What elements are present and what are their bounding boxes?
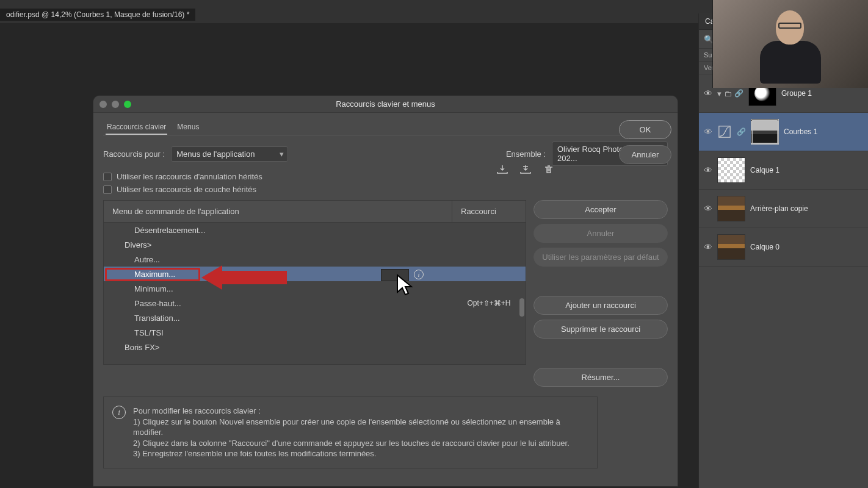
command-row[interactable]: Minimum... (104, 281, 526, 296)
help-text-line: 2) Cliquez dans la colonne "Raccourci" d… (133, 438, 588, 449)
visibility-icon[interactable]: 👁 (704, 88, 712, 98)
layer-row[interactable]: 👁 Calque 1 (699, 151, 868, 190)
scrollbar-thumb[interactable] (519, 298, 524, 317)
shortcuts-for-dropdown[interactable]: Menus de l'application (171, 146, 288, 162)
layer-name[interactable]: Groupe 1 (781, 89, 812, 98)
visibility-icon[interactable]: 👁 (704, 165, 712, 175)
layer-name[interactable]: Courbes 1 (784, 127, 817, 136)
command-row[interactable]: Autre... (104, 252, 526, 267)
webcam-overlay (712, 0, 868, 88)
command-row[interactable]: TSL/TSI (104, 325, 526, 340)
delete-shortcut-button[interactable]: Supprimer le raccourci (533, 320, 668, 339)
undo-button[interactable]: Annuler (533, 224, 668, 243)
summarize-button[interactable]: Résumer... (533, 368, 668, 387)
layer-thumbnail[interactable] (717, 157, 745, 183)
accept-button[interactable]: Accepter (533, 200, 668, 219)
svg-rect-0 (719, 126, 730, 137)
command-row-selected[interactable]: Maximum... (104, 267, 526, 281)
shortcut-input[interactable] (381, 269, 409, 281)
info-icon: i (112, 406, 126, 419)
window-maximize-icon[interactable] (124, 101, 131, 108)
save-set-icon[interactable] (519, 164, 532, 175)
layer-row[interactable]: 👁 Arrière-plan copie (699, 190, 868, 228)
add-shortcut-button[interactable]: Ajouter un raccourci (533, 296, 668, 315)
info-icon[interactable]: i (414, 270, 424, 279)
visibility-icon[interactable]: 👁 (704, 204, 712, 214)
help-text-line: Pour modifier les raccourcis clavier : (133, 406, 588, 417)
help-text-line: 1) Cliquez sur le bouton Nouvel ensemble… (133, 417, 588, 438)
document-tab[interactable]: odifier.psd @ 14,2% (Courbes 1, Masque d… (0, 9, 195, 21)
dialog-title: Raccourcis clavier et menus (336, 99, 435, 109)
layer-row-curves[interactable]: 👁 🔗 Courbes 1 (699, 113, 868, 151)
window-close-icon[interactable] (99, 101, 107, 108)
use-default-button[interactable]: Utiliser les paramètres par défaut (533, 248, 668, 267)
legacy-layer-label: Utiliser les raccourcis de couche hérité… (117, 185, 256, 194)
curves-adjustment-icon (717, 124, 732, 139)
tab-menus[interactable]: Menus (176, 120, 200, 135)
layer-name[interactable]: Calque 1 (750, 166, 779, 174)
set-label: Ensemble : (506, 149, 546, 159)
layer-row[interactable]: 👁 Calque 0 (699, 228, 868, 267)
shortcuts-for-label: Raccourcis pour : (103, 149, 165, 159)
cancel-button[interactable]: Annuler (619, 145, 671, 164)
ok-button[interactable]: OK (619, 120, 671, 139)
layer-mask-thumbnail[interactable] (751, 119, 779, 145)
layer-thumbnail[interactable] (717, 196, 745, 221)
visibility-icon[interactable]: 👁 (704, 127, 712, 137)
dialog-titlebar[interactable]: Raccourcis clavier et menus (93, 96, 678, 113)
help-infobox: i Pour modifier les raccourcis clavier :… (103, 396, 598, 468)
delete-set-icon[interactable] (542, 164, 555, 175)
command-row[interactable]: Passe-haut...Opt+⇧+⌘+H (104, 296, 526, 310)
link-icon: 🔗 (734, 89, 743, 98)
layer-name[interactable]: Arrière-plan copie (750, 204, 808, 213)
command-row-group[interactable]: Divers> (104, 237, 526, 252)
shortcut-command-table[interactable]: Menu de commande de l'application Raccou… (103, 200, 526, 365)
column-header-shortcut: Raccourci (452, 201, 526, 222)
download-set-icon[interactable] (496, 164, 509, 175)
column-header-command: Menu de commande de l'application (104, 201, 452, 222)
command-row-group[interactable]: Boris FX> (104, 340, 526, 354)
folder-icon: 🗀 (724, 89, 732, 98)
window-minimize-icon[interactable] (112, 101, 119, 108)
layer-name[interactable]: Calque 0 (750, 243, 779, 251)
command-row[interactable]: Désentrelacement... (104, 223, 526, 237)
layer-thumbnail[interactable] (717, 234, 745, 260)
visibility-icon[interactable]: 👁 (704, 242, 712, 252)
legacy-undo-label: Utiliser les raccourcis d'annulation hér… (117, 172, 262, 181)
document-tab-bar: odifier.psd @ 14,2% (Courbes 1, Masque d… (0, 9, 195, 21)
link-icon: 🔗 (737, 127, 746, 136)
keyboard-shortcuts-dialog: Raccourcis clavier et menus Raccourcis c… (93, 96, 678, 486)
legacy-layer-checkbox[interactable] (103, 185, 112, 194)
tab-shortcuts[interactable]: Raccourcis clavier (106, 120, 167, 135)
help-text-line: 3) Enregistrez l'ensemble une fois toute… (133, 448, 588, 459)
command-row[interactable]: Translation... (104, 310, 526, 325)
chevron-down-icon[interactable]: ▾ (717, 89, 722, 98)
legacy-undo-checkbox[interactable] (103, 173, 112, 181)
